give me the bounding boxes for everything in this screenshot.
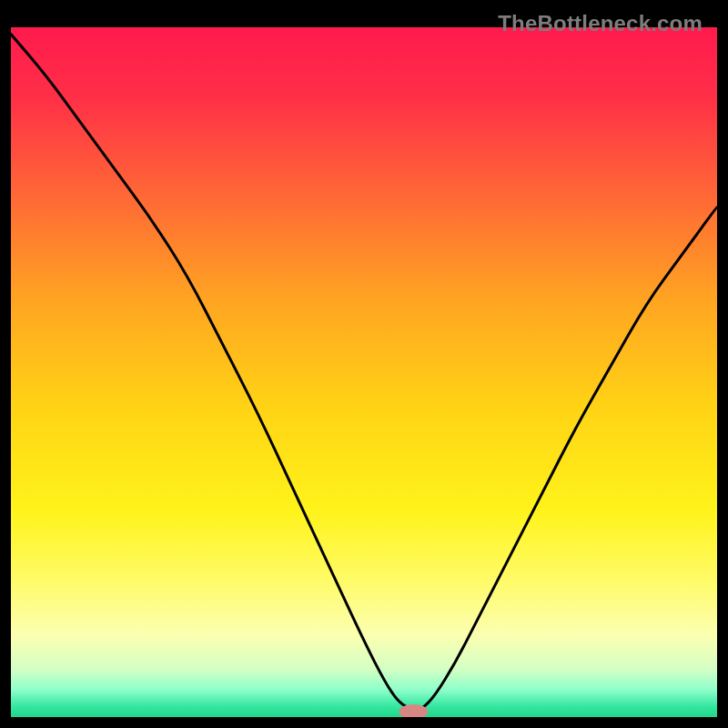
watermark-label: TheBottleneck.com	[498, 11, 703, 36]
chart-frame: TheBottleneck.com	[11, 11, 717, 717]
bottleneck-chart	[11, 11, 717, 717]
gradient-background	[11, 27, 717, 717]
